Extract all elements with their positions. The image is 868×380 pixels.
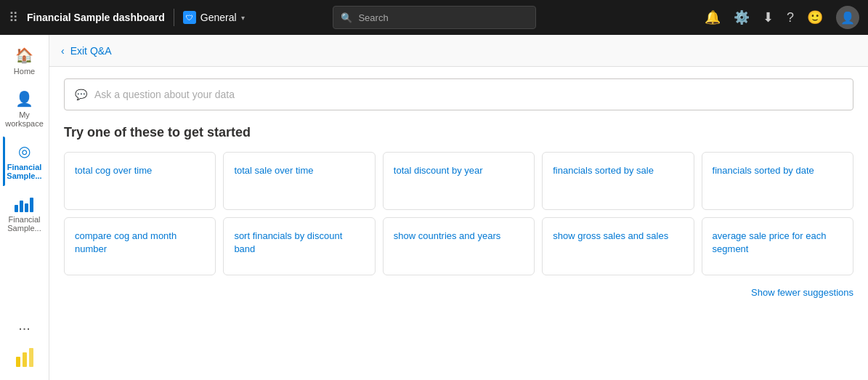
sidebar-workspace-label: My workspace	[5, 110, 44, 128]
search-bar[interactable]: 🔍 Search	[333, 6, 536, 29]
shield-icon: 🛡	[183, 11, 196, 24]
main-content: ‹ Exit Q&A 💬 Try one of these to get sta…	[49, 35, 868, 380]
sidebar-financial1-label: Financial Sample...	[6, 163, 44, 180]
suggestion-card-3[interactable]: financials sorted by sale	[542, 152, 694, 210]
qa-search-input[interactable]	[94, 89, 843, 100]
suggestion-text-9: average sale price for each segment	[713, 230, 843, 256]
gear-icon[interactable]: ⚙️	[734, 9, 750, 25]
suggestion-text-6: sort financials by discount band	[234, 230, 364, 256]
suggestion-card-1[interactable]: total sale over time	[223, 152, 375, 210]
suggestion-card-8[interactable]: show gross sales and sales	[542, 217, 694, 275]
qa-content: 💬 Try one of these to get started total …	[49, 67, 868, 380]
chevron-down-icon: ▾	[241, 14, 245, 22]
donut-icon: ◎	[18, 142, 31, 160]
suggestion-card-7[interactable]: show countries and years	[383, 217, 535, 275]
suggestion-text-3: financials sorted by sale	[553, 164, 654, 177]
show-fewer-button[interactable]: Show fewer suggestions	[64, 287, 853, 298]
suggestion-text-4: financials sorted by date	[713, 164, 814, 177]
workspace-selector[interactable]: 🛡 General ▾	[183, 11, 245, 24]
chat-icon: 💬	[75, 89, 87, 100]
bell-icon[interactable]: 🔔	[705, 9, 721, 25]
powerbi-logo	[12, 345, 38, 371]
suggestion-text-8: show gross sales and sales	[553, 230, 668, 243]
svg-rect-0	[16, 357, 20, 367]
main-layout: 🏠 Home 👤 My workspace ◎ Financial Sample…	[0, 35, 868, 380]
exit-qa-button[interactable]: Exit Q&A	[70, 45, 112, 57]
dashboard-title: Financial Sample dashboard	[27, 12, 165, 23]
suggestion-card-0[interactable]: total cog over time	[64, 152, 216, 210]
exit-qa-bar: ‹ Exit Q&A	[49, 35, 868, 67]
apps-icon[interactable]: ⠿	[9, 9, 18, 25]
suggestion-card-4[interactable]: financials sorted by date	[702, 152, 853, 210]
topbar: ⠿ Financial Sample dashboard 🛡 General ▾…	[0, 0, 868, 35]
suggestion-text-2: total discount by year	[394, 164, 483, 177]
sidebar-home-label: Home	[14, 67, 35, 76]
suggestion-card-6[interactable]: sort financials by discount band	[223, 217, 375, 275]
suggestion-card-2[interactable]: total discount by year	[383, 152, 535, 210]
suggestion-card-5[interactable]: compare cog and month number	[64, 217, 216, 275]
suggestion-card-9[interactable]: average sale price for each segment	[702, 217, 853, 275]
sidebar: 🏠 Home 👤 My workspace ◎ Financial Sample…	[0, 35, 49, 380]
person-icon: 👤	[15, 90, 33, 108]
svg-rect-1	[23, 352, 27, 367]
search-placeholder: Search	[358, 12, 388, 23]
bar-chart-icon	[15, 195, 35, 212]
sidebar-item-home[interactable]: 🏠 Home	[3, 41, 46, 81]
suggestion-text-0: total cog over time	[75, 164, 152, 177]
suggestion-text-7: show countries and years	[394, 230, 500, 243]
topbar-icons: 🔔 ⚙️ ⬇ ? 🙂 👤	[705, 6, 859, 29]
more-items-icon[interactable]: ···	[18, 320, 31, 336]
download-icon[interactable]: ⬇	[763, 9, 774, 25]
feedback-icon[interactable]: 🙂	[807, 9, 823, 25]
suggestions-grid: total cog over time total sale over time…	[64, 152, 853, 275]
suggestions-title: Try one of these to get started	[64, 125, 853, 140]
title-divider	[174, 9, 174, 26]
qa-search-box[interactable]: 💬	[64, 78, 853, 110]
sidebar-item-financial-sample-2[interactable]: Financial Sample...	[3, 189, 46, 238]
home-icon: 🏠	[15, 47, 33, 64]
suggestion-text-5: compare cog and month number	[75, 230, 205, 256]
sidebar-item-financial-sample-1[interactable]: ◎ Financial Sample...	[3, 137, 46, 186]
suggestion-text-1: total sale over time	[234, 164, 313, 177]
sidebar-item-workspace[interactable]: 👤 My workspace	[3, 84, 46, 134]
help-icon[interactable]: ?	[787, 10, 794, 25]
back-chevron-icon[interactable]: ‹	[61, 45, 65, 57]
sidebar-financial2-label: Financial Sample...	[6, 215, 44, 233]
workspace-label: General	[200, 12, 237, 23]
search-icon: 🔍	[341, 12, 352, 23]
user-avatar[interactable]: 👤	[836, 6, 859, 29]
svg-rect-2	[29, 348, 33, 367]
